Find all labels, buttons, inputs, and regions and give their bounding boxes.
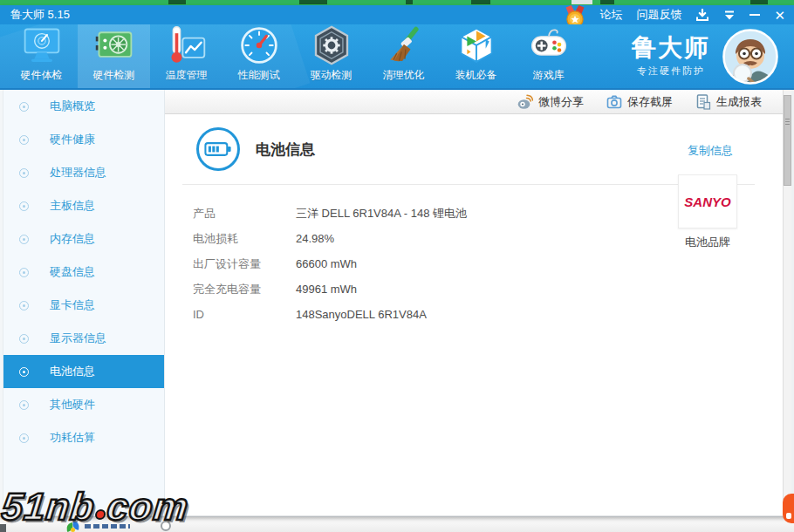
broom-icon: [382, 24, 426, 66]
window-title: 鲁大师 5.15: [10, 7, 70, 23]
radio-bullet-icon: [19, 268, 29, 277]
cube-box-icon: [455, 24, 498, 66]
minimize-button[interactable]: [750, 14, 760, 16]
report-document-icon: [695, 94, 711, 110]
gamepad-icon: [527, 24, 571, 66]
page-title: 电池信息: [256, 140, 315, 160]
radio-bullet-icon: [19, 301, 29, 310]
gear-hexagon-icon: [310, 24, 353, 66]
sanyo-logo: SANYO: [684, 194, 730, 209]
battery-icon: [196, 127, 240, 171]
close-button[interactable]: ✕: [774, 9, 785, 22]
brand-cluster: 鲁大师 专注硬件防护: [632, 24, 794, 88]
save-screenshot-button[interactable]: 保存截屏: [606, 94, 673, 110]
sidebar-item-cpu-info[interactable]: 处理器信息: [3, 156, 164, 189]
titlebar: 鲁大师 5.15 论坛 问题反馈: [0, 5, 794, 24]
radio-bullet-icon: [19, 102, 29, 112]
nav-label: 游戏库: [533, 68, 565, 83]
download-icon[interactable]: [695, 9, 709, 22]
sidebar-item-disk-info[interactable]: 硬盘信息: [3, 256, 164, 289]
nav-label: 装机必备: [455, 68, 497, 83]
generate-report-button[interactable]: 生成报表: [695, 94, 762, 110]
feedback-link[interactable]: 问题反馈: [636, 7, 681, 23]
nav-label: 温度管理: [166, 68, 208, 83]
sidebar-item-memory-info[interactable]: 内存信息: [3, 222, 164, 256]
floating-widget-fragment[interactable]: [783, 494, 794, 523]
radio-bullet-icon: [19, 135, 29, 145]
radio-bullet-icon: [19, 334, 29, 344]
weibo-share-button[interactable]: 微博分享: [517, 94, 584, 110]
nav-temperature[interactable]: 温度管理: [150, 24, 222, 88]
speedometer-icon: [237, 24, 281, 66]
radio-bullet-icon: [19, 367, 29, 377]
sidebar-item-battery-info[interactable]: 电池信息: [3, 355, 164, 388]
nav-hardware-detect[interactable]: 硬件检测: [78, 24, 150, 88]
forum-link[interactable]: 论坛: [599, 7, 622, 23]
sidebar-item-monitor-info[interactable]: 显示器信息: [3, 322, 164, 355]
monitor-radar-icon: [20, 24, 64, 66]
51nb-watermark: 51nbcom: [0, 485, 191, 529]
radio-bullet-icon: [19, 168, 29, 178]
sidebar-item-hardware-health[interactable]: 硬件健康: [3, 123, 164, 156]
radio-bullet-icon: [19, 201, 29, 211]
radio-bullet-icon: [19, 433, 29, 443]
sidebar-item-gpu-info[interactable]: 显卡信息: [3, 289, 164, 322]
nav-cleanup[interactable]: 清理优化: [367, 24, 440, 88]
content-toolbar: 微博分享 保存截屏: [165, 90, 783, 114]
sidebar: 电脑概览 硬件健康 处理器信息 主板信息 内存信息: [3, 90, 165, 515]
page-header: 电池信息 复制信息: [165, 114, 783, 184]
vertical-scrollbar[interactable]: [783, 90, 791, 515]
mascot-avatar[interactable]: [722, 29, 778, 85]
content-panel: 微博分享 保存截屏: [165, 90, 783, 515]
camera-icon: [606, 94, 622, 110]
window-body: 电脑概览 硬件健康 处理器信息 主板信息 内存信息: [0, 90, 794, 515]
nav-benchmark[interactable]: 性能测试: [222, 24, 295, 88]
detail-row-id: ID 148SanyoDELL 6R1V84A: [193, 302, 783, 327]
collapse-menu-icon[interactable]: [723, 10, 736, 21]
sidebar-item-power-estimate[interactable]: 功耗估算: [3, 421, 164, 454]
app-window: 鲁大师 5.15 论坛 问题反馈: [0, 5, 794, 517]
nav-driver-detect[interactable]: 驱动检测: [295, 24, 367, 88]
battery-brand-card: SANYO: [678, 174, 737, 228]
nav-label: 性能测试: [238, 68, 280, 83]
nav-label: 硬件检测: [93, 68, 135, 83]
nav-hardware-checkup[interactable]: 硬件体检: [5, 24, 78, 88]
brand-name: 鲁大师: [632, 35, 710, 62]
nav-game-library[interactable]: 游戏库: [512, 24, 585, 88]
weibo-icon: [517, 94, 533, 110]
nav-label: 驱动检测: [311, 68, 353, 83]
nav-label: 硬件体检: [21, 68, 63, 83]
thermometer-chart-icon: [165, 24, 209, 66]
nav-build-essentials[interactable]: 装机必备: [440, 24, 512, 88]
radio-bullet-icon: [19, 400, 29, 410]
radio-bullet-icon: [19, 235, 29, 244]
main-nav: 硬件体检 硬件检测: [0, 24, 794, 90]
detail-row-full-charge-capacity: 完全充电容量 49961 mWh: [193, 276, 783, 302]
screen: 鲁大师 5.15 论坛 问题反馈: [0, 0, 794, 532]
copy-info-link[interactable]: 复制信息: [688, 143, 733, 159]
gpu-card-icon: [92, 24, 136, 66]
sidebar-item-motherboard-info[interactable]: 主板信息: [3, 189, 164, 222]
brand-slogan: 专注硬件防护: [632, 65, 710, 78]
nav-label: 清理优化: [383, 68, 425, 83]
scrollbar-thumb[interactable]: [784, 95, 791, 186]
sidebar-item-computer-overview[interactable]: 电脑概览: [3, 90, 164, 123]
sidebar-item-other-hardware[interactable]: 其他硬件: [3, 388, 164, 421]
battery-brand-caption: 电池品牌: [674, 235, 742, 250]
detail-row-design-capacity: 出厂设计容量 66600 mWh: [193, 251, 783, 276]
watermark-dot: [94, 509, 106, 520]
